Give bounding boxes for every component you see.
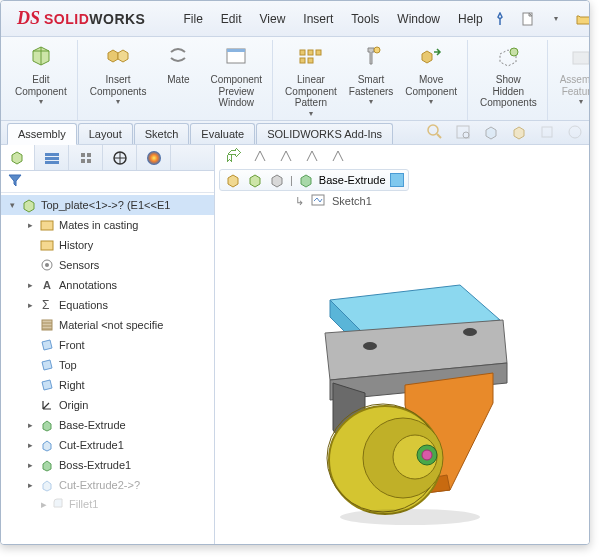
menu-tools[interactable]: Tools (343, 8, 387, 30)
open-icon[interactable] (575, 10, 590, 28)
svg-text:Σ: Σ (42, 298, 49, 312)
svg-rect-3 (300, 50, 305, 55)
new-doc-icon[interactable] (519, 10, 537, 28)
tab-layout[interactable]: Layout (78, 123, 133, 144)
sel-filter-4-icon[interactable] (329, 147, 347, 165)
sel-filter-2-icon[interactable] (277, 147, 295, 165)
selection-view-bar: ⮳ (225, 145, 347, 167)
smart-fasteners-icon (356, 42, 386, 72)
tree-right-plane[interactable]: Right (1, 375, 214, 395)
tree-tab-config[interactable] (69, 145, 103, 170)
edit-component-button[interactable]: Edit Component▾ (9, 40, 73, 108)
svg-rect-26 (41, 241, 53, 250)
tree-history[interactable]: History (1, 235, 214, 255)
tree-cut-extrude2[interactable]: ▸Cut-Extrude2->? (1, 475, 214, 495)
app-window: DS SOLIDWORKS File Edit View Insert Tool… (0, 0, 590, 545)
ribbon: Edit Component▾ Insert Components▾ Mate … (1, 37, 589, 121)
selection-breadcrumb[interactable]: | Base-Extrude (219, 169, 409, 191)
smart-fasteners-button[interactable]: Smart Fasteners▾ (343, 40, 399, 108)
insert-components-button[interactable]: Insert Components▾ (84, 40, 153, 108)
sensors-icon (39, 257, 55, 273)
zoom-area-icon[interactable] (453, 122, 473, 142)
scene-icon[interactable] (565, 122, 585, 142)
bc-part-icon (246, 171, 264, 189)
move-component-button[interactable]: Move Component▾ (399, 40, 463, 108)
view-orientation-icon[interactable] (481, 122, 501, 142)
sel-filter-1-icon[interactable] (251, 147, 269, 165)
linear-pattern-button[interactable]: Linear Component Pattern▾ (279, 40, 343, 120)
part-render (275, 265, 535, 525)
logo-ds-icon: DS (17, 8, 40, 29)
tree-annotations[interactable]: ▸AAnnotations (1, 275, 214, 295)
bc-feature-name: Base-Extrude (319, 174, 386, 186)
svg-rect-21 (81, 159, 85, 163)
svg-rect-7 (308, 58, 313, 63)
show-hidden-button[interactable]: Show Hidden Components (474, 40, 543, 111)
tree-tab-feature[interactable] (1, 145, 35, 170)
svg-rect-10 (573, 52, 589, 64)
origin-icon (39, 397, 55, 413)
menu-insert[interactable]: Insert (295, 8, 341, 30)
menu-file[interactable]: File (175, 8, 210, 30)
tree-root-node[interactable]: ▾Top_plate<1>->? (E1<<E1 (1, 195, 214, 215)
preview-window-button[interactable]: Component Preview Window (204, 40, 268, 111)
display-style-icon[interactable] (509, 122, 529, 142)
tree-boss-extrude1[interactable]: ▸Boss-Extrude1 (1, 455, 214, 475)
sel-filter-3-icon[interactable] (303, 147, 321, 165)
tab-sketch[interactable]: Sketch (134, 123, 190, 144)
bc-body-icon (268, 171, 286, 189)
logo-text: SOLIDWORKS (44, 11, 145, 27)
move-component-icon (416, 42, 446, 72)
app-logo: DS SOLIDWORKS (7, 8, 155, 29)
menu-window[interactable]: Window (389, 8, 448, 30)
menu-help[interactable]: Help (450, 8, 491, 30)
tree-cut-extrude1[interactable]: ▸Cut-Extrude1 (1, 435, 214, 455)
plane-icon (39, 337, 55, 353)
menu-edit[interactable]: Edit (213, 8, 250, 30)
tree-material[interactable]: Material <not specifie (1, 315, 214, 335)
tree-tab-display[interactable] (137, 145, 171, 170)
tree-mates[interactable]: ▸Mates in casting (1, 215, 214, 235)
tree-front-plane[interactable]: Front (1, 335, 214, 355)
menubar: File Edit View Insert Tools Window Help (175, 8, 490, 30)
tab-addins[interactable]: SOLIDWORKS Add-Ins (256, 123, 393, 144)
svg-point-13 (463, 132, 469, 138)
bc-feature-icon (297, 171, 315, 189)
tree-tab-property[interactable] (35, 145, 69, 170)
bc-face-highlight (390, 173, 404, 187)
tree-tab-dimxpert[interactable] (103, 145, 137, 170)
tree-equations[interactable]: ▸ΣEquations (1, 295, 214, 315)
section-view-icon[interactable] (537, 122, 557, 142)
assembly-features-icon (566, 42, 590, 72)
funnel-icon[interactable] (7, 172, 23, 192)
svg-point-33 (363, 342, 377, 350)
tree-sensors[interactable]: Sensors (1, 255, 214, 275)
extrude-icon (39, 417, 55, 433)
tree-origin[interactable]: Origin (1, 395, 214, 415)
graphics-viewport[interactable]: ⮳ | Base-Extrude ↳ Sketch1 (215, 145, 589, 544)
mate-button[interactable]: Mate (152, 40, 204, 88)
pin-icon[interactable] (491, 10, 509, 28)
plane-icon (39, 377, 55, 393)
edit-component-icon (26, 42, 56, 72)
tree-top-plane[interactable]: Top (1, 355, 214, 375)
history-folder-icon (39, 237, 55, 253)
svg-point-24 (147, 151, 161, 165)
zoom-fit-icon[interactable] (425, 122, 445, 142)
fillet-icon (51, 496, 65, 512)
svg-rect-18 (45, 161, 59, 164)
tree-base-extrude[interactable]: ▸Base-Extrude (1, 415, 214, 435)
dropdown-icon[interactable]: ▾ (547, 10, 565, 28)
mates-folder-icon (39, 217, 55, 233)
menu-view[interactable]: View (252, 8, 294, 30)
sketch-icon (310, 193, 326, 209)
material-icon (39, 317, 55, 333)
tab-assembly[interactable]: Assembly (7, 123, 77, 145)
arrow-icon[interactable]: ⮳ (225, 147, 243, 165)
svg-point-15 (569, 126, 581, 138)
bc-component-icon (224, 171, 242, 189)
tab-evaluate[interactable]: Evaluate (190, 123, 255, 144)
tree-fillet1-partial[interactable]: ▸Fillet1 (1, 495, 214, 513)
assembly-features-button[interactable]: Assembly Features▾ (554, 40, 590, 108)
breadcrumb-sketch[interactable]: ↳ Sketch1 (295, 193, 372, 209)
